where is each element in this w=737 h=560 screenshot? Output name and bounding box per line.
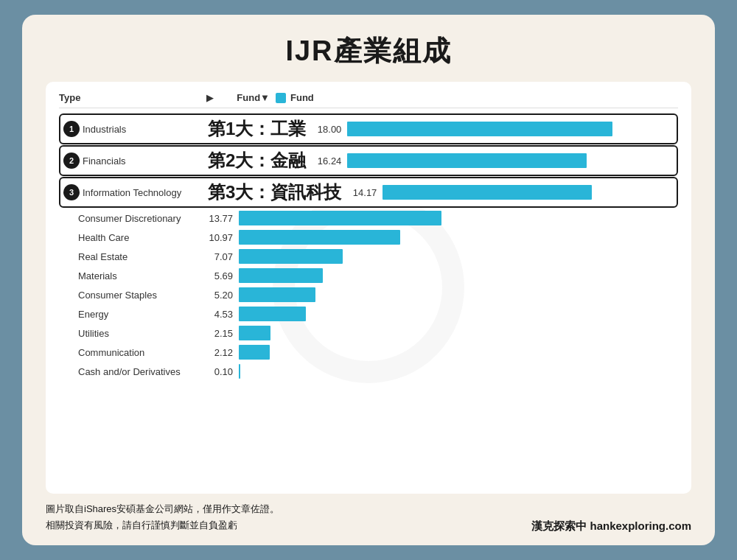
table-row: Communication2.12 [59,343,678,362]
row-value: 0.10 [203,366,239,377]
row-type-label: Consumer Staples [78,290,203,301]
row-value: 7.07 [203,251,239,262]
bar-container [239,211,678,225]
bar [239,307,306,321]
table-row: 1Industrials第1大：工業18.00 [59,113,678,144]
sort-arrow[interactable]: ▶ [206,93,224,103]
table-row: 3Information Technology第3大：資訊科技14.17 [59,177,678,208]
row-type-label: Real Estate [78,251,203,262]
table-row: 2Financials第2大：金融16.24 [59,145,678,176]
row-type-label: Communication [78,347,203,358]
bar-container [239,326,678,340]
bar [239,249,343,264]
row-annotation: 第1大：工業 [208,117,306,141]
bar [239,211,441,225]
row-value: 5.20 [203,290,239,301]
row-type-label: Financials [83,155,208,167]
bar-container [239,268,678,283]
table-row: Energy4.53 [59,304,678,323]
bar-container [383,185,674,200]
footer-right: 漢克探索中 hankexploring.com [531,519,691,533]
table-row: Utilities2.15 [59,323,678,343]
bar [239,287,315,302]
fund-legend: Fund [276,92,314,103]
row-value: 2.12 [203,347,239,358]
chart-rows: 1Industrials第1大：工業18.00 2Financials第2大：金… [59,113,678,381]
row-type-label: Health Care [78,232,203,243]
bar [347,153,587,168]
bar-container [347,122,674,136]
row-value: 14.17 [347,187,383,198]
bar [239,268,323,283]
row-annotation: 第2大：金融 [208,149,306,172]
table-row: Materials5.69 [59,266,678,285]
bar [347,122,612,136]
row-value: 5.69 [203,270,239,281]
row-value: 10.97 [203,232,239,243]
bar [239,326,270,340]
bar-container [239,230,678,245]
footer-left: 圖片取自iShares安碩基金公司網站，僅用作文章佐證。 相關投資有風險，請自行… [46,501,279,533]
row-value: 16.24 [312,155,347,167]
row-number: 2 [63,153,80,169]
row-type-label: Materials [78,270,203,281]
main-card: IJR產業組成 Type ▶ Fund▼ Fund 1Industrials第1… [22,15,715,545]
bar [239,345,270,360]
table-row: Health Care10.97 [59,228,678,247]
bar-container [239,307,678,321]
bar-container [239,345,678,360]
row-value: 2.15 [203,328,239,339]
page-title: IJR產業組成 [46,32,691,70]
row-value: 4.53 [203,309,239,320]
bar-container [239,249,678,264]
row-number: 1 [63,121,80,137]
row-type-label: Energy [78,309,203,320]
table-row: Consumer Discretionary13.77 [59,209,678,228]
row-type-label: Cash and/or Derivatives [78,366,203,377]
chart-area: Type ▶ Fund▼ Fund 1Industrials第1大：工業18.0… [46,82,691,494]
bar [239,364,240,379]
bar-container [347,153,674,168]
table-row: Consumer Staples5.20 [59,285,678,304]
table-row: Cash and/or Derivatives0.10 [59,362,678,381]
chart-header: Type ▶ Fund▼ Fund [59,92,678,108]
row-type-label: Consumer Discretionary [78,213,203,224]
row-annotation: 第3大：資訊科技 [208,181,341,204]
row-type-label: Industrials [83,124,208,135]
bar-container [239,364,678,379]
fund-legend-box [276,93,286,103]
row-number: 3 [63,184,80,200]
row-type-label: Utilities [78,328,203,339]
table-row: Real Estate7.07 [59,247,678,266]
type-column-header: Type [59,92,206,103]
bar-container [239,287,678,302]
footer: 圖片取自iShares安碩基金公司網站，僅用作文章佐證。 相關投資有風險，請自行… [46,501,691,533]
bar [239,230,400,245]
row-value: 13.77 [203,213,239,224]
fund-sort-label[interactable]: Fund▼ [224,92,276,103]
bar [383,185,591,200]
row-value: 18.00 [312,124,347,135]
row-type-label: Information Technology [83,187,208,198]
